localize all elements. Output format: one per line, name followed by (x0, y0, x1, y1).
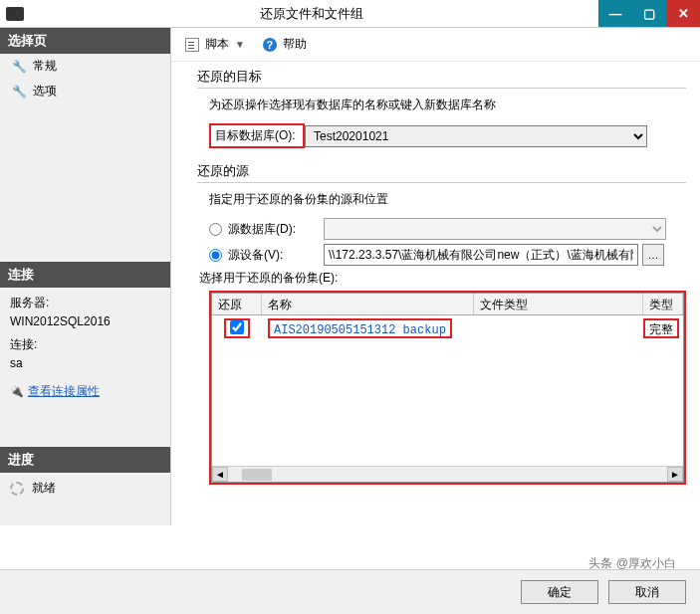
source-db-radio[interactable] (209, 223, 222, 236)
select-page-head: 选择页 (0, 28, 170, 54)
toolbar: 脚本 ▼ ? 帮助 (171, 28, 700, 62)
backup-sets-grid: 还原 名称 文件类型 类型 AIS20190505151312 backup 完… (209, 291, 686, 485)
col-name[interactable]: 名称 (262, 294, 474, 314)
scroll-left-icon[interactable]: ◄ (212, 467, 228, 482)
dest-db-label: 目标数据库(O): (209, 123, 305, 148)
script-dropdown-icon[interactable]: ▼ (235, 39, 245, 50)
scroll-thumb[interactable] (242, 469, 272, 481)
conn-label: 连接: (10, 335, 160, 354)
script-button[interactable]: 脚本 (205, 36, 229, 53)
grid-scrollbar[interactable]: ◄ ► (212, 466, 683, 482)
dest-title: 还原的目标 (197, 68, 686, 86)
col-restore[interactable]: 还原 (212, 294, 262, 314)
table-row[interactable]: AIS20190505151312 backup 完整 (212, 315, 683, 341)
page-options[interactable]: 🔧选项 (0, 79, 170, 103)
wrench-icon: 🔧 (12, 60, 27, 74)
close-button[interactable]: ✕ (666, 0, 700, 27)
connect-head: 连接 (0, 262, 170, 288)
conn-value: sa (10, 354, 160, 373)
dest-desc: 为还原操作选择现有数据库的名称或键入新数据库名称 (209, 97, 686, 113)
restore-checkbox[interactable] (230, 320, 244, 334)
device-path-input[interactable] (324, 244, 638, 266)
maximize-button[interactable]: ▢ (632, 0, 666, 27)
server-label: 服务器: (10, 294, 160, 312)
left-panel: 选择页 🔧常规 🔧选项 连接 服务器: WIN2012SQL2016 连接: s… (0, 28, 171, 525)
col-filetype[interactable]: 文件类型 (474, 294, 643, 314)
server-value: WIN2012SQL2016 (10, 312, 160, 331)
cancel-button[interactable]: 取消 (608, 580, 686, 604)
status-text: 就绪 (32, 481, 56, 495)
footer: 确定 取消 (0, 569, 700, 614)
source-db-select (324, 218, 666, 240)
source-device-radio[interactable] (209, 249, 222, 262)
view-conn-props-link[interactable]: 查看连接属性 (28, 384, 100, 398)
help-button[interactable]: 帮助 (283, 36, 307, 53)
ok-button[interactable]: 确定 (521, 580, 598, 604)
select-sets-label: 选择用于还原的备份集(E): (199, 270, 338, 287)
backup-type: 完整 (643, 318, 679, 338)
scroll-right-icon[interactable]: ► (667, 467, 683, 482)
minimize-button[interactable]: — (598, 0, 632, 27)
spinner-icon (10, 482, 24, 496)
plug-icon: 🔌 (10, 383, 24, 401)
app-icon (6, 7, 24, 21)
wrench-icon: 🔧 (12, 85, 27, 99)
window-title: 还原文件和文件组 (24, 5, 598, 23)
page-general[interactable]: 🔧常规 (0, 54, 170, 79)
source-device-label: 源设备(V): (228, 247, 324, 264)
progress-head: 进度 (0, 447, 170, 473)
backup-name: AIS20190505151312 backup (274, 323, 446, 337)
source-desc: 指定用于还原的备份集的源和位置 (209, 191, 686, 208)
script-icon (185, 38, 199, 52)
source-title: 还原的源 (197, 162, 686, 180)
dest-db-select[interactable]: Test20201021 (305, 125, 647, 147)
browse-button[interactable]: … (642, 244, 664, 266)
source-db-label: 源数据库(D): (228, 221, 324, 238)
help-icon: ? (263, 38, 277, 52)
col-type[interactable]: 类型 (643, 294, 683, 314)
